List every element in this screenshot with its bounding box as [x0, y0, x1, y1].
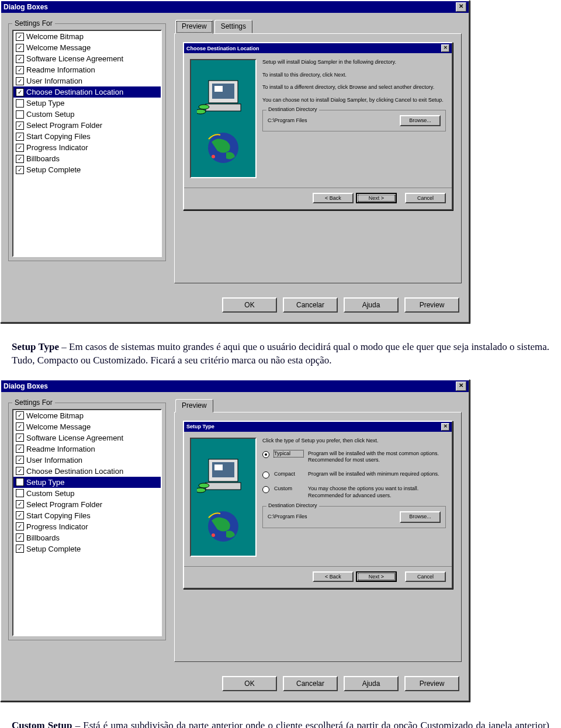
list-item[interactable]: ✓Select Program Folder	[13, 120, 161, 131]
browse-button[interactable]: Browse...	[400, 115, 441, 127]
list-item[interactable]: ✓Choose Destination Location	[13, 86, 161, 98]
list-item[interactable]: ✓Welcome Bitmap	[13, 410, 161, 421]
preview-button[interactable]: Preview	[404, 297, 459, 313]
list-item[interactable]: Setup Type	[13, 477, 161, 488]
checkbox-icon[interactable]	[16, 489, 24, 497]
titlebar[interactable]: Dialog Boxes ✕	[1, 380, 469, 392]
list-item-label: Select Program Folder	[26, 121, 102, 130]
tab-preview[interactable]: Preview	[175, 20, 213, 34]
paragraph-setup-type: Setup Type – Em casos de sistemas muito …	[12, 341, 549, 368]
list-item[interactable]: ✓User Information	[13, 75, 161, 86]
checkbox-icon[interactable]	[16, 110, 24, 119]
list-item[interactable]: ✓Setup Complete	[13, 164, 161, 175]
list-item[interactable]: ✓Welcome Message	[13, 42, 161, 53]
list-item-label: Choose Destination Location	[26, 88, 123, 96]
list-item[interactable]: ✓Choose Destination Location	[13, 466, 161, 477]
list-item[interactable]: ✓Billboards	[13, 532, 161, 543]
checkbox-icon[interactable]: ✓	[16, 33, 24, 41]
radio-option[interactable]: CustomYou may choose the options you wan…	[262, 486, 446, 499]
browse-button[interactable]: Browse...	[400, 511, 441, 523]
checkbox-icon[interactable]: ✓	[16, 133, 24, 141]
ok-button[interactable]: OK	[222, 297, 277, 313]
checkbox-icon[interactable]: ✓	[16, 122, 24, 130]
ok-button[interactable]: OK	[222, 676, 277, 691]
tab-settings[interactable]: Settings	[214, 20, 252, 33]
preview-intro: Click the type of Setup you prefer, then…	[262, 438, 446, 445]
help-button[interactable]: Ajuda	[344, 297, 399, 313]
settings-listbox[interactable]: ✓Welcome Bitmap✓Welcome Message✓Software…	[12, 30, 162, 257]
list-item-label: User Information	[26, 77, 82, 85]
list-item[interactable]: ✓Readme Information	[13, 64, 161, 75]
titlebar[interactable]: Dialog Boxes ✕	[1, 1, 469, 13]
preview-close-icon[interactable]: ✕	[441, 423, 449, 431]
list-item-label: Custom Setup	[26, 489, 74, 498]
back-button[interactable]: < Back	[313, 193, 354, 203]
checkbox-icon[interactable]: ✓	[16, 445, 24, 453]
cancel-button[interactable]: Cancelar	[283, 676, 338, 691]
radio-option[interactable]: TypicalProgram will be installed with th…	[262, 450, 446, 464]
list-item-label: Welcome Bitmap	[26, 411, 84, 420]
preview-button[interactable]: Preview	[404, 676, 459, 691]
back-button[interactable]: < Back	[313, 571, 354, 582]
checkbox-icon[interactable]: ✓	[16, 500, 24, 508]
close-icon[interactable]: ✕	[456, 2, 466, 12]
checkbox-icon[interactable]: ✓	[16, 66, 24, 74]
setup-graphic	[190, 59, 257, 178]
cancel-button[interactable]: Cancel	[405, 571, 446, 582]
list-item[interactable]: ✓Select Program Folder	[13, 499, 161, 510]
checkbox-icon[interactable]: ✓	[16, 422, 24, 431]
window-title: Dialog Boxes	[4, 3, 456, 11]
radio-icon[interactable]	[262, 486, 269, 493]
checkbox-icon[interactable]: ✓	[16, 456, 24, 464]
checkbox-icon[interactable]: ✓	[16, 533, 24, 542]
list-item[interactable]: ✓Start Copying Files	[13, 131, 161, 142]
checkbox-icon[interactable]: ✓	[16, 155, 24, 163]
help-button[interactable]: Ajuda	[344, 676, 399, 691]
next-button[interactable]: Next >	[356, 193, 397, 203]
checkbox-icon[interactable]: ✓	[16, 467, 24, 475]
list-item[interactable]: ✓Software License Agreement	[13, 432, 161, 443]
list-item[interactable]: ✓Readme Information	[13, 443, 161, 455]
checkbox-icon[interactable]: ✓	[16, 522, 24, 531]
next-button[interactable]: Next >	[356, 571, 397, 582]
list-item[interactable]: ✓Setup Complete	[13, 543, 161, 554]
checkbox-icon[interactable]: ✓	[16, 545, 24, 553]
destination-group: Destination Directory C:\Program Files B…	[262, 506, 446, 528]
svg-point-13	[197, 488, 206, 493]
radio-icon[interactable]	[262, 451, 269, 458]
checkbox-icon[interactable]: ✓	[16, 166, 24, 174]
preview-close-icon[interactable]: ✕	[441, 44, 449, 52]
checkbox-icon[interactable]	[16, 478, 24, 486]
dialog-boxes-window-2: Dialog Boxes ✕ Settings For ✓Welcome Bit…	[0, 379, 470, 702]
checkbox-icon[interactable]: ✓	[16, 434, 24, 442]
list-item-label: Start Copying Files	[26, 511, 91, 520]
settings-listbox[interactable]: ✓Welcome Bitmap✓Welcome Message✓Software…	[12, 409, 162, 636]
checkbox-icon[interactable]: ✓	[16, 88, 24, 96]
list-item[interactable]: ✓Billboards	[13, 153, 161, 164]
radio-option[interactable]: CompactProgram will be installed with mi…	[262, 471, 446, 479]
radio-icon[interactable]	[262, 472, 269, 479]
cancel-button[interactable]: Cancel	[405, 193, 446, 203]
list-item[interactable]: ✓Progress Indicator	[13, 142, 161, 153]
list-item[interactable]: Custom Setup	[13, 109, 161, 120]
list-item-label: Billboards	[26, 154, 60, 163]
cancel-button[interactable]: Cancelar	[283, 297, 338, 313]
list-item[interactable]: ✓Welcome Bitmap	[13, 31, 161, 42]
list-item[interactable]: Setup Type	[13, 98, 161, 109]
list-item[interactable]: ✓User Information	[13, 455, 161, 466]
list-item[interactable]: ✓Software License Agreement	[13, 53, 161, 64]
checkbox-icon[interactable]: ✓	[16, 511, 24, 519]
checkbox-icon[interactable]: ✓	[16, 44, 24, 52]
list-item[interactable]: ✓Start Copying Files	[13, 510, 161, 521]
checkbox-icon[interactable]: ✓	[16, 55, 24, 63]
list-item[interactable]: ✓Progress Indicator	[13, 521, 161, 532]
list-item[interactable]: Custom Setup	[13, 488, 161, 499]
checkbox-icon[interactable]: ✓	[16, 144, 24, 152]
radio-label: Custom	[274, 486, 303, 493]
checkbox-icon[interactable]: ✓	[16, 77, 24, 85]
list-item[interactable]: ✓Welcome Message	[13, 421, 161, 432]
checkbox-icon[interactable]: ✓	[16, 411, 24, 420]
close-icon[interactable]: ✕	[456, 382, 466, 391]
checkbox-icon[interactable]	[16, 99, 24, 108]
tab-preview[interactable]: Preview	[175, 399, 213, 412]
